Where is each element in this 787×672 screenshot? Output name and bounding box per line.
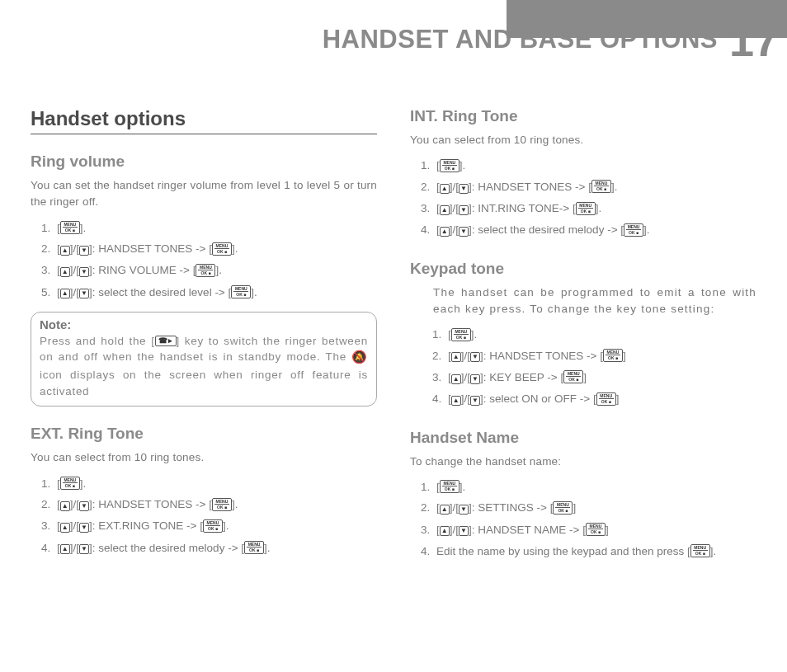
menu-ok-key-icon [624,223,643,237]
page-header: HANDSET AND BASE OPTIONS 17 [0,0,787,74]
keypad-tone-steps: []. [▲]/[▼]: HANDSET TONES -> [] [▲]/[▼]… [445,324,756,410]
note-body: Press and hold the [☎▸] key to switch th… [40,333,368,399]
int-ring-steps: []. [▲]/[▼]: HANDSET TONES -> []. [▲]/[▼… [433,155,756,241]
list-item: []. [445,324,756,345]
up-down-key-icon: ▲ [440,497,450,519]
chapter-number: 17 [729,15,779,66]
ring-volume-steps: []. [▲]/[▼]: HANDSET TONES -> []. [▲]/[▼… [54,218,377,303]
handset-name-heading: Handset Name [410,429,756,447]
up-down-key-icon: ▲ [440,198,450,219]
list-item: [▲]/[▼]: select the desired melody -> []… [54,538,377,559]
keypad-tone-heading: Keypad tone [410,260,756,278]
up-down-key-icon: ▲ [440,176,450,198]
menu-ok-key-icon [596,392,616,406]
list-item: [▲]/[▼]: SETTINGS -> [] [433,497,756,519]
ring-volume-heading: Ring volume [31,153,377,171]
list-item: [▲]/[▼]: HANDSET TONES -> []. [54,494,377,515]
list-item: [▲]/[▼]: select ON or OFF -> [] [445,388,756,410]
int-ring-intro: You can select from 10 ring tones. [410,132,756,148]
menu-ok-key-icon [440,480,459,493]
list-item: [▲]/[▼]: KEY BEEP -> [] [445,367,756,388]
ext-ring-steps: []. [▲]/[▼]: HANDSET TONES -> []. [▲]/[▼… [54,473,377,559]
list-item: [▲]/[▼]: EXT.RING TONE -> []. [54,515,377,537]
menu-ok-key-icon [553,501,573,515]
ext-ring-heading: EXT. Ring Tone [31,425,377,443]
list-item: []. [433,155,756,176]
up-down-key-icon: ▲ [60,238,70,260]
menu-ok-key-icon [196,264,215,277]
list-item: [▲]/[▼]: select the desired melody -> []… [433,219,756,241]
ring-volume-intro: You can set the handset ringer volume fr… [31,177,377,211]
up-down-key-icon: ▲ [60,494,70,515]
menu-ok-key-icon [60,477,80,490]
up-down-key-icon: ▲ [60,537,70,558]
note-title: Note: [40,317,368,331]
menu-ok-key-icon [591,180,611,193]
menu-ok-key-icon [563,370,583,383]
menu-ok-key-icon [60,221,80,234]
menu-ok-key-icon [244,541,264,554]
note-box: Note: Press and hold the [☎▸] key to swi… [31,312,377,406]
up-down-key-icon: ▲ [440,219,450,241]
list-item: [▲]/[▼]: RING VOLUME -> []. [54,260,377,281]
call-key-icon: ☎▸ [155,336,177,346]
list-item: [▲]/[▼]: select the desired level -> []. [54,282,377,303]
menu-ok-key-icon [212,242,232,256]
list-item: [▲]/[▼]: HANDSET TONES -> []. [54,238,377,260]
list-item: [▲]/[▼]: INT.RING TONE-> []. [433,198,756,219]
list-item: []. [54,473,377,495]
up-down-key-icon: ▲ [60,515,70,537]
list-item: Edit the name by using the keypad and th… [433,541,756,562]
menu-ok-key-icon [231,285,251,298]
chapter-title: HANDSET AND BASE OPTIONS [0,25,718,54]
keypad-tone-intro: The handset can be programmed to emit a … [433,284,756,318]
up-down-key-icon: ▲ [451,345,461,366]
menu-ok-key-icon [451,328,471,341]
bell-off-icon: 🔕 [351,348,368,366]
menu-ok-key-icon [586,523,606,536]
handset-name-intro: To change the handset name: [410,453,756,470]
ext-ring-intro: You can select from 10 ring tones. [31,449,377,466]
list-item: []. [54,218,377,239]
up-down-key-icon: ▲ [60,260,70,281]
up-down-key-icon: ▲ [440,519,450,540]
menu-ok-key-icon [576,202,596,215]
menu-ok-key-icon [203,519,223,533]
content-area: Handset options Ring volume You can set … [0,74,787,566]
list-item: [▲]/[▼]: HANDSET NAME -> [] [433,519,756,541]
right-column: INT. Ring Tone You can select from 10 ri… [410,107,756,566]
section-title: Handset options [31,107,377,134]
up-down-key-icon: ▲ [451,367,461,388]
up-down-key-icon: ▲ [451,388,461,410]
list-item: [▲]/[▼]: HANDSET TONES -> [] [445,345,756,367]
up-down-key-icon: ▲ [60,281,70,303]
menu-ok-key-icon [212,498,232,511]
menu-ok-key-icon [440,159,459,172]
int-ring-heading: INT. Ring Tone [410,107,756,125]
list-item: [▲]/[▼]: HANDSET TONES -> []. [433,176,756,198]
left-column: Handset options Ring volume You can set … [31,107,377,566]
menu-ok-key-icon [690,544,710,557]
handset-name-steps: []. [▲]/[▼]: SETTINGS -> [] [▲]/[▼]: HAN… [433,477,756,562]
list-item: []. [433,477,756,498]
menu-ok-key-icon [603,349,623,362]
